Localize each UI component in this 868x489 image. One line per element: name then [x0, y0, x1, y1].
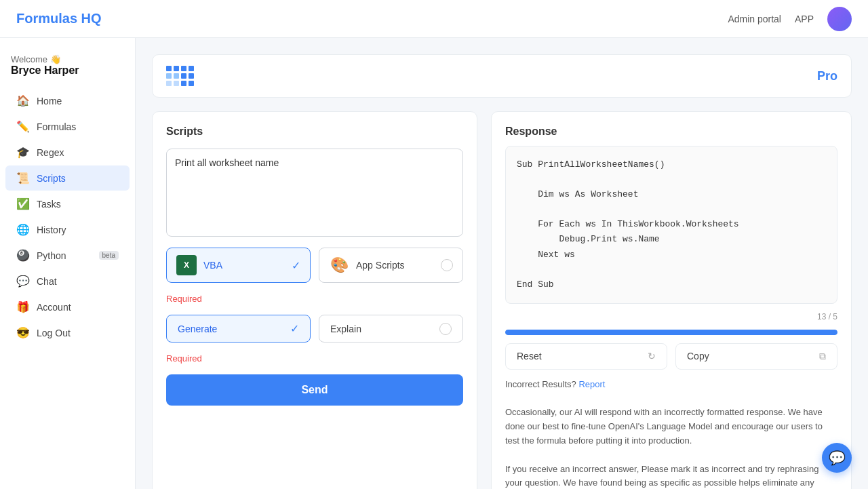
sidebar-item-python[interactable]: 🎱 Python beta [5, 243, 130, 268]
pro-label[interactable]: Pro [817, 69, 837, 83]
send-button[interactable]: Send [166, 374, 463, 406]
chat-bubble-icon: 💬 [829, 450, 846, 466]
top-card: Pro [152, 54, 852, 98]
copy-button[interactable]: Copy ⧉ [675, 343, 837, 370]
incorrect-label: Incorrect Results? [505, 379, 576, 389]
scripts-label: Scripts [37, 173, 119, 184]
app-logo[interactable]: Formulas HQ [16, 11, 102, 26]
home-label: Home [37, 96, 119, 106]
history-label: History [37, 224, 119, 235]
response-title: Response [505, 125, 837, 138]
logout-label: Log Out [37, 328, 119, 338]
code-line-4 [517, 202, 826, 217]
header-right: Admin portal APP [728, 7, 852, 31]
vba-icon: X [176, 255, 197, 275]
sidebar-item-tasks[interactable]: ✅ Tasks [5, 191, 130, 216]
appscripts-circle-icon [441, 259, 453, 271]
response-counter: 13 / 5 [505, 312, 837, 321]
progress-bar [505, 330, 837, 335]
code-line-6: Debug.Print ws.Name [517, 232, 826, 247]
required-label-1: Required [166, 294, 463, 304]
grid-icon [166, 66, 194, 86]
response-panel: Response Sub PrintAllWorksheetNames() Di… [491, 111, 852, 489]
admin-portal-link[interactable]: Admin portal [728, 14, 781, 24]
copy-icon: ⧉ [819, 351, 826, 362]
response-code: Sub PrintAllWorksheetNames() Dim ws As W… [505, 146, 837, 304]
content-area: Scripts Print all worksheet name X VBA ✓… [152, 111, 852, 489]
avatar-image [827, 7, 852, 31]
main-content: Pro Scripts Print all worksheet name X V… [136, 38, 868, 489]
response-actions: Reset ↻ Copy ⧉ [505, 343, 837, 370]
required-label-2: Required [166, 353, 463, 364]
sidebar-item-chat[interactable]: 💬 Chat [5, 269, 130, 294]
explain-label: Explain [330, 324, 361, 334]
scripts-title: Scripts [166, 125, 463, 138]
regex-label: Regex [37, 147, 119, 158]
sidebar: Welcome 👋 Bryce Harper 🏠 Home ✏️ Formula… [0, 38, 136, 489]
sidebar-item-formulas[interactable]: ✏️ Formulas [5, 114, 130, 139]
scripts-panel: Scripts Print all worksheet name X VBA ✓… [152, 111, 477, 489]
explain-button[interactable]: Explain [319, 315, 463, 343]
appscripts-type-button[interactable]: 🎨 App Scripts [319, 248, 463, 283]
app-link[interactable]: APP [795, 14, 814, 24]
code-line-2 [517, 172, 826, 187]
chat-icon: 💬 [16, 275, 30, 288]
disclaimer-1: Occasionally, our AI will respond with a… [505, 407, 823, 446]
sidebar-username: Bryce Harper [11, 64, 124, 77]
appscripts-label: App Scripts [356, 260, 434, 271]
python-badge: beta [99, 251, 119, 260]
tasks-icon: ✅ [16, 197, 30, 210]
vba-check-icon: ✓ [292, 259, 300, 272]
sidebar-item-history[interactable]: 🌐 History [5, 217, 130, 242]
code-line-9: End Sub [517, 277, 826, 292]
copy-label: Copy [687, 351, 709, 361]
sidebar-item-account[interactable]: 🎁 Account [5, 294, 130, 319]
formulas-label: Formulas [37, 121, 119, 132]
formulas-icon: ✏️ [16, 120, 30, 133]
progress-fill [505, 330, 837, 335]
explain-circle-icon [439, 323, 452, 335]
sidebar-item-home[interactable]: 🏠 Home [5, 88, 130, 113]
scripts-icon: 📜 [16, 172, 30, 184]
account-icon: 🎁 [16, 300, 30, 313]
generate-label: Generate [178, 324, 217, 334]
code-line-5: For Each ws In ThisWorkbook.Worksheets [517, 217, 826, 232]
reset-label: Reset [517, 351, 542, 361]
code-line-1: Sub PrintAllWorksheetNames() [517, 157, 826, 172]
chat-bubble[interactable]: 💬 [822, 443, 852, 473]
report-link[interactable]: Report [578, 379, 605, 389]
sidebar-item-regex[interactable]: 🎓 Regex [5, 140, 130, 165]
logout-icon: 😎 [16, 326, 30, 339]
sidebar-item-logout[interactable]: 😎 Log Out [5, 320, 130, 345]
chat-label: Chat [37, 276, 119, 287]
disclaimer-2: If you receive an incorrect answer, Plea… [505, 464, 818, 489]
code-line-7: Next ws [517, 248, 826, 262]
generate-button[interactable]: Generate ✓ [166, 315, 311, 343]
appscripts-icon: 🎨 [329, 255, 349, 275]
history-icon: 🌐 [16, 223, 30, 236]
action-buttons: Generate ✓ Explain [166, 315, 463, 343]
vba-type-button[interactable]: X VBA ✓ [166, 248, 311, 283]
sidebar-user: Welcome 👋 Bryce Harper [0, 49, 135, 87]
tasks-label: Tasks [37, 199, 119, 210]
incorrect-section: Incorrect Results? Report Occasionally, … [505, 378, 837, 489]
regex-icon: 🎓 [16, 146, 30, 159]
home-icon: 🏠 [16, 94, 30, 107]
sidebar-welcome: Welcome 👋 [11, 54, 124, 64]
reset-button[interactable]: Reset ↻ [505, 343, 667, 370]
script-types: X VBA ✓ 🎨 App Scripts [166, 248, 463, 283]
python-label: Python [37, 250, 92, 261]
header: Formulas HQ Admin portal APP [0, 0, 868, 38]
avatar[interactable] [827, 7, 852, 31]
script-input[interactable]: Print all worksheet name [166, 149, 463, 237]
code-line-3: Dim ws As Worksheet [517, 187, 826, 202]
python-icon: 🎱 [16, 249, 30, 262]
account-label: Account [37, 302, 119, 313]
sidebar-nav: 🏠 Home ✏️ Formulas 🎓 Regex 📜 Scripts ✅ T… [0, 87, 135, 478]
vba-label: VBA [203, 260, 285, 271]
sidebar-item-scripts[interactable]: 📜 Scripts [5, 165, 130, 191]
generate-check-icon: ✓ [290, 322, 299, 335]
reset-icon: ↻ [648, 351, 656, 361]
code-line-8 [517, 262, 826, 277]
layout: Welcome 👋 Bryce Harper 🏠 Home ✏️ Formula… [0, 38, 868, 489]
